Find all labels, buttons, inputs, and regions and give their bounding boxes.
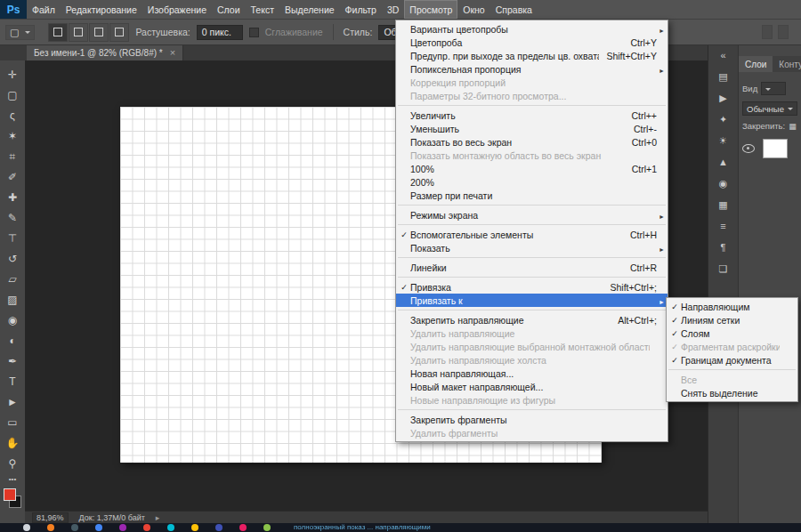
hand-tool[interactable]: ✋ — [0, 432, 25, 453]
menu-item[interactable]: Линейки Ctrl+R — [396, 261, 668, 274]
menu-item[interactable]: Предупр. при выходе за пределы цв. охват… — [396, 49, 668, 62]
taskbar-app-icon[interactable] — [191, 524, 198, 531]
taskbar-app-icon[interactable] — [143, 524, 150, 531]
intersect-selection-button[interactable] — [109, 23, 129, 42]
taskbar-app-icon[interactable] — [47, 524, 54, 531]
move-tool[interactable]: ✛ — [0, 64, 25, 85]
menu-item[interactable]: Привязка Shift+Ctrl+; — [396, 280, 668, 294]
eyedropper-tool[interactable]: ✐ — [0, 166, 25, 187]
menu-item[interactable]: Режимы экрана — [396, 208, 668, 222]
menu-item[interactable]: Новые направляющие из фигуры — [396, 393, 668, 407]
gradient-tool[interactable]: ▨ — [0, 289, 25, 310]
layer-thumbnail[interactable] — [763, 139, 788, 158]
foreground-color-swatch[interactable] — [4, 488, 16, 501]
eraser-tool[interactable]: ▱ — [0, 269, 25, 289]
filter-type-dropdown[interactable] — [761, 82, 786, 95]
menu-select[interactable]: Выделение — [279, 0, 340, 19]
add-to-selection-button[interactable] — [69, 23, 88, 42]
color-panel-icon[interactable]: ◉ — [714, 176, 733, 190]
blend-mode-dropdown[interactable]: Обычные — [742, 101, 797, 116]
menu-item[interactable]: Варианты цветопробы — [396, 22, 668, 36]
menu-item[interactable]: Попиксельная пропорция — [396, 62, 668, 76]
healing-brush-tool[interactable]: ✚ — [0, 187, 25, 207]
menu-item[interactable]: Размер при печати — [396, 189, 668, 202]
clone-stamp-tool[interactable]: ⊤ — [0, 228, 25, 248]
lock-transparent-pixels-icon[interactable] — [789, 121, 797, 131]
menu-item[interactable]: Закрепить фрагменты — [396, 413, 668, 426]
menu-item[interactable]: Новая направляющая... — [396, 367, 668, 380]
menu-item[interactable]: Удалить фрагменты — [396, 426, 668, 439]
menu-type[interactable]: Текст — [246, 0, 279, 19]
tab-paths[interactable]: Контуры — [773, 56, 801, 72]
zoom-tool[interactable]: ⚲ — [0, 453, 25, 473]
taskbar-app-icon[interactable] — [167, 524, 174, 531]
paragraph-panel-icon[interactable]: ¶ — [714, 240, 733, 254]
menu-image[interactable]: Изображение — [142, 0, 212, 19]
menu-item[interactable]: Закрепить направляющие Alt+Ctrl+; — [396, 313, 668, 326]
lasso-tool[interactable]: ς — [0, 105, 25, 125]
rectangular-marquee-tool[interactable]: ▢ — [0, 85, 25, 105]
swatches-panel-icon[interactable]: ▦ — [714, 197, 733, 212]
menu-item[interactable]: Привязать к — [396, 294, 668, 307]
menu-item[interactable]: Показать во весь экран Ctrl+0 — [396, 135, 668, 149]
brushes-panel-icon[interactable]: ✦ — [714, 112, 733, 126]
menu-file[interactable]: Файл — [27, 0, 61, 19]
pen-tool[interactable]: ✒ — [0, 351, 25, 371]
menu-item[interactable]: Параметры 32-битного просмотра... — [396, 89, 668, 102]
menu-item[interactable]: Удалить направляющие холста — [396, 353, 668, 367]
document-tab[interactable]: Без имени-1 @ 82% (RGB/8#) * × — [27, 45, 183, 60]
tool-preset-dropdown[interactable]: ▢ — [5, 25, 35, 40]
styles-panel-icon[interactable]: ▲ — [714, 155, 733, 169]
menu-item[interactable]: Снять выделение — [667, 386, 797, 399]
zoom-level-field[interactable]: 81,96% — [32, 512, 69, 523]
taskbar-app-icon[interactable] — [95, 524, 102, 531]
taskbar-app-icon[interactable] — [23, 524, 30, 531]
status-menu-arrow-icon[interactable] — [156, 513, 160, 522]
tab-layers[interactable]: Слои — [739, 56, 773, 72]
menu-item[interactable]: Границам документа — [667, 353, 797, 367]
menu-item[interactable]: Направляющим — [667, 300, 797, 313]
libraries-panel-icon[interactable]: ❏ — [714, 262, 733, 276]
menu-window[interactable]: Окно — [457, 0, 490, 19]
type-tool[interactable]: T — [0, 371, 25, 391]
menu-item[interactable]: Цветопроба Ctrl+Y — [396, 36, 668, 49]
menu-item[interactable]: Удалить направляющие выбранной монтажной… — [396, 340, 668, 353]
menu-item[interactable]: 100% Ctrl+1 — [396, 162, 668, 175]
menu-item[interactable]: Линиям сетки — [667, 313, 797, 326]
menu-item[interactable]: 200% — [396, 175, 668, 189]
menu-item[interactable]: Уменьшить Ctrl+- — [396, 122, 668, 135]
menu-edit[interactable]: Редактирование — [61, 0, 142, 19]
dodge-tool[interactable]: ◐ — [0, 330, 25, 351]
menu-3d[interactable]: 3D — [382, 0, 404, 19]
rectangle-tool[interactable]: ▭ — [0, 412, 25, 432]
blur-tool[interactable]: ◉ — [0, 310, 25, 330]
feather-input[interactable]: 0 пикс. — [197, 25, 243, 40]
adjustments-panel-icon[interactable]: ☀ — [714, 133, 733, 148]
properties-panel-icon[interactable]: ▤ — [714, 69, 733, 84]
edit-toolbar-icon[interactable]: ••• — [0, 475, 25, 483]
menu-item[interactable]: Слоям — [667, 326, 797, 340]
menu-filter[interactable]: Фильтр — [340, 0, 382, 19]
menu-item[interactable]: Все — [667, 373, 797, 386]
history-brush-tool[interactable]: ↺ — [0, 248, 25, 269]
new-selection-button[interactable] — [48, 23, 68, 42]
close-tab-icon[interactable]: × — [170, 48, 175, 58]
menu-layers[interactable]: Слои — [212, 0, 246, 19]
panel-toggle-icon[interactable] — [762, 25, 773, 39]
taskbar-app-icon[interactable] — [215, 524, 222, 531]
menu-item[interactable]: Фрагментам раскройки — [667, 340, 797, 353]
expand-panels-icon[interactable]: « — [714, 48, 733, 62]
menu-item[interactable]: Вспомогательные элементы Ctrl+H — [396, 228, 668, 241]
menu-item[interactable]: Новый макет направляющей... — [396, 380, 668, 393]
taskbar-app-icon[interactable] — [239, 524, 247, 531]
taskbar-app-icon[interactable] — [71, 524, 78, 531]
taskbar-app-icon[interactable] — [119, 524, 126, 531]
quick-selection-tool[interactable]: ✶ — [0, 125, 25, 146]
antialias-checkbox[interactable] — [249, 28, 259, 37]
path-selection-tool[interactable]: ► — [0, 391, 25, 412]
menu-item[interactable]: Увеличить Ctrl++ — [396, 109, 668, 122]
menu-item[interactable]: Коррекция пропорций — [396, 76, 668, 89]
taskbar-app-icon[interactable] — [263, 524, 271, 531]
menu-item[interactable]: Показать — [396, 241, 668, 254]
character-panel-icon[interactable]: ≡ — [714, 219, 733, 233]
